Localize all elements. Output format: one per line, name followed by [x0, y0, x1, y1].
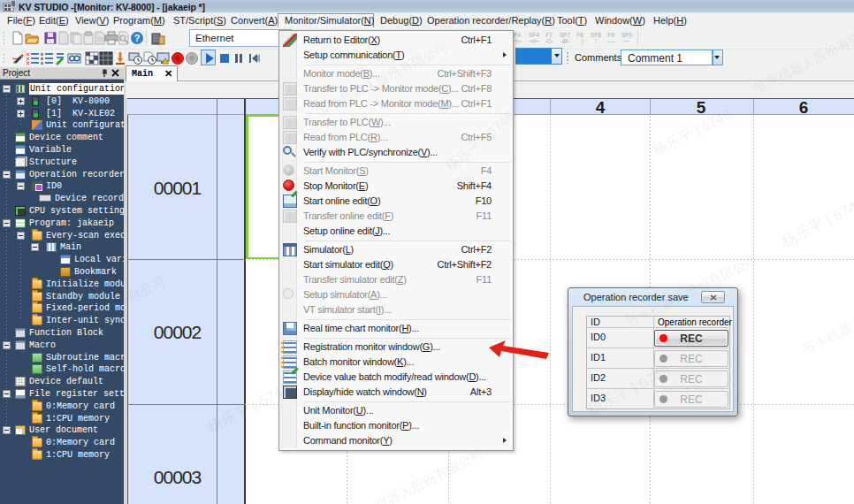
svg-text:?: ?: [134, 33, 141, 43]
